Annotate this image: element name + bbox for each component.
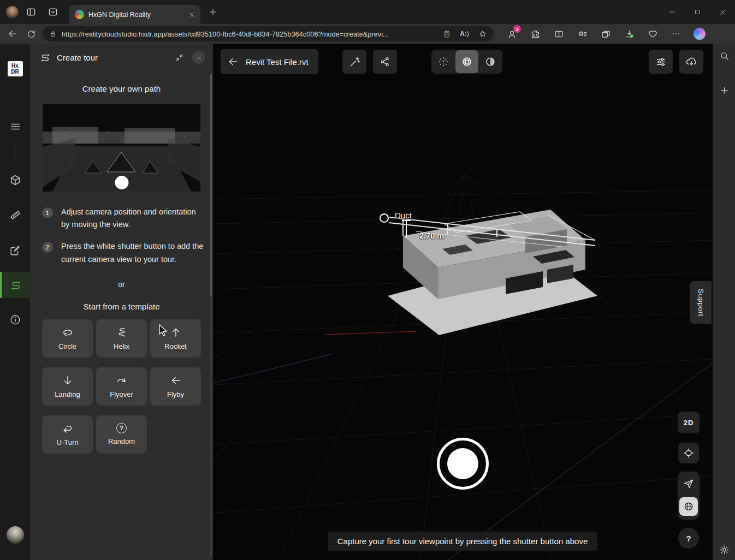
tour-route-icon	[10, 279, 22, 291]
sidebar-item-measure[interactable]	[4, 204, 26, 226]
tab-close-icon[interactable]	[186, 9, 197, 20]
edge-sidebar-strip	[713, 44, 735, 560]
sidebar-item-info[interactable]	[4, 309, 26, 331]
tour-steps: 1 Adjust camera position and orientation…	[30, 192, 213, 266]
more-menu-icon[interactable]	[667, 26, 685, 42]
sliders-icon	[655, 56, 667, 68]
user-avatar[interactable]	[7, 526, 24, 544]
mode-point-cloud-button[interactable]	[432, 50, 455, 73]
maximize-button[interactable]	[685, 0, 710, 24]
tour-preview-thumbnail[interactable]	[43, 104, 200, 192]
template-circle-button[interactable]: Circle	[42, 319, 93, 358]
view-mode-group	[431, 50, 502, 74]
file-title-chip: Revit Test File.rvt	[221, 49, 318, 74]
shutter-button[interactable]	[437, 438, 489, 490]
question-circle-icon: ?	[116, 423, 127, 433]
globe-icon	[683, 501, 694, 512]
u-turn-icon	[62, 422, 74, 434]
sidebar-item-tours[interactable]	[0, 272, 30, 298]
template-heading: Start from a template	[30, 302, 213, 311]
support-tab[interactable]: Support	[690, 281, 712, 324]
support-label: Support	[697, 289, 705, 317]
page-actions-icon[interactable]	[443, 30, 451, 38]
panel-title: Create tour	[57, 53, 166, 62]
tab-actions-icon[interactable]	[44, 3, 62, 21]
info-icon	[9, 314, 21, 326]
hxdr-logo: HxDR	[8, 61, 23, 76]
circle-path-icon	[62, 326, 74, 338]
help-button[interactable]: ?	[678, 528, 699, 549]
arrow-up-icon	[170, 326, 182, 338]
edit-icon	[9, 245, 21, 257]
browser-tab[interactable]: HxGN Digital Reality	[69, 5, 200, 24]
mode-textured-button[interactable]	[478, 50, 502, 73]
minimize-button[interactable]	[660, 0, 685, 24]
collapse-panel-icon[interactable]	[172, 50, 186, 64]
sidebar-search-icon[interactable]	[715, 47, 733, 64]
template-uturn-button[interactable]: U-Turn	[42, 415, 93, 454]
sidebar-settings-gear-icon[interactable]	[715, 541, 733, 558]
navigation-control-group	[678, 472, 700, 520]
favorite-star-icon[interactable]	[478, 29, 487, 38]
sidebar-item-menu[interactable]	[4, 116, 26, 138]
download-asset-button[interactable]	[679, 50, 703, 74]
new-tab-button[interactable]	[205, 4, 221, 20]
workspaces-icon[interactable]	[22, 3, 40, 21]
panel-scrollbar[interactable]	[210, 74, 212, 557]
step-1-text: Adjust camera position and orientation b…	[61, 206, 204, 231]
read-aloud-icon[interactable]: A	[459, 28, 471, 40]
address-bar[interactable]: https://realitycloudstudio.hxdr.app/asse…	[43, 26, 494, 41]
template-random-button[interactable]: ? Random	[96, 415, 147, 454]
split-screen-icon[interactable]	[549, 26, 568, 42]
step-2-number: 2	[42, 242, 53, 253]
extensions-icon[interactable]	[526, 26, 544, 42]
annotation-label[interactable]: Duct	[395, 211, 412, 220]
annotation-anchor[interactable]	[380, 213, 389, 223]
template-landing-button[interactable]: Landing	[42, 367, 93, 406]
sidebar-item-assets[interactable]	[4, 169, 26, 191]
browser-titlebar: HxGN Digital Reality	[0, 0, 735, 24]
tour-route-icon	[40, 52, 51, 63]
point-cloud-icon	[437, 56, 449, 68]
toggle-2d-button[interactable]: 2D	[678, 412, 700, 433]
viewport-back-button[interactable]	[221, 49, 246, 74]
close-window-button[interactable]	[710, 0, 735, 24]
close-panel-icon[interactable]	[192, 51, 205, 64]
browser-profile-avatar[interactable]	[6, 6, 19, 19]
sidebar-item-markup[interactable]	[4, 240, 26, 261]
locate-button[interactable]	[678, 443, 699, 463]
copilot-icon[interactable]	[690, 26, 709, 42]
template-flyby-button[interactable]: Flyby	[150, 367, 201, 406]
cloud-download-icon	[685, 56, 697, 68]
revit-model	[388, 210, 597, 335]
viewport-3d[interactable]: Revit Test File.rvt	[213, 44, 713, 560]
panel-header: Create tour	[30, 44, 213, 71]
tab-favicon	[75, 10, 84, 19]
create-tour-panel: Create tour Create your own path	[30, 44, 213, 560]
extension-badge: 3	[513, 25, 521, 33]
refresh-icon[interactable]	[22, 26, 40, 42]
fly-navigation-button[interactable]	[678, 472, 700, 496]
globe-view-button[interactable]	[679, 497, 698, 516]
share-icon	[380, 56, 390, 67]
browser-essentials-icon[interactable]	[643, 26, 662, 42]
downloads-icon[interactable]	[620, 26, 638, 42]
favorites-icon[interactable]	[573, 26, 591, 42]
share-button[interactable]	[373, 50, 397, 74]
magic-wand-button[interactable]	[342, 50, 366, 74]
window-controls	[660, 0, 735, 24]
url-text[interactable]: https://realitycloudstudio.hxdr.app/asse…	[62, 30, 438, 38]
back-icon[interactable]	[3, 26, 22, 42]
lock-icon	[49, 30, 57, 38]
collections-icon[interactable]	[596, 26, 615, 42]
template-rocket-button[interactable]: Rocket	[150, 319, 201, 358]
back-arrow-icon	[228, 56, 239, 67]
step-1: 1 Adjust camera position and orientation…	[42, 206, 204, 231]
template-helix-button[interactable]: Helix	[96, 319, 147, 358]
sidebar-add-icon[interactable]	[715, 81, 733, 99]
view-settings-button[interactable]	[649, 50, 673, 74]
hamburger-icon	[9, 121, 21, 133]
template-flyover-button[interactable]: Flyover	[96, 367, 147, 406]
profile-badge-icon[interactable]: 3	[502, 26, 521, 42]
mode-mesh-button[interactable]	[455, 50, 479, 73]
